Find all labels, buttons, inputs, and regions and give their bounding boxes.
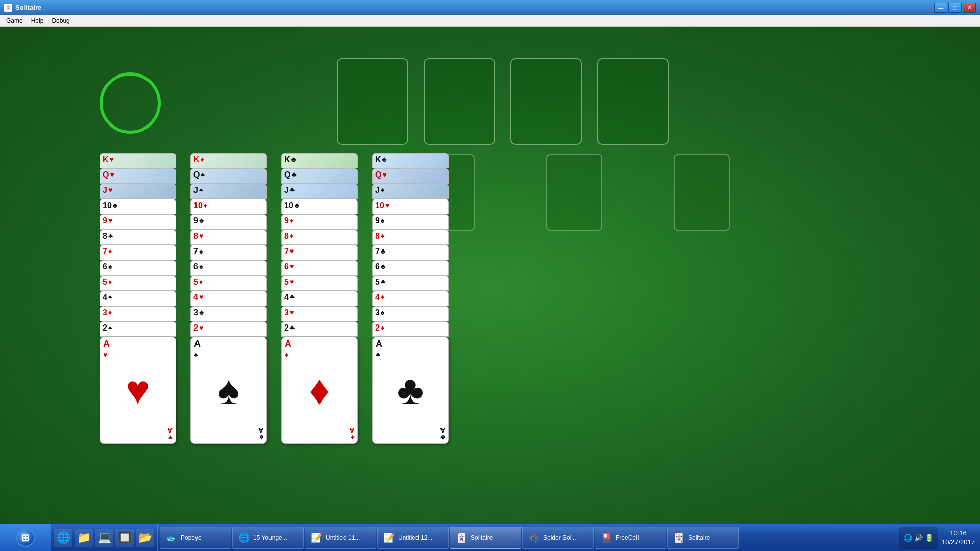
taskbar-item-solitaire[interactable]: 🃏 Solitaire bbox=[450, 527, 521, 549]
taskbar-item-solitaire2[interactable]: 🃏 Solitaire bbox=[667, 527, 739, 549]
card-1-j[interactable]: J♥ bbox=[100, 184, 176, 199]
start-orb: ⊞ bbox=[16, 529, 35, 547]
card-3-q[interactable]: Q♣ bbox=[281, 168, 358, 184]
foundation-slot-1[interactable] bbox=[337, 58, 408, 145]
card-2-7[interactable]: 7♠ bbox=[190, 245, 267, 260]
card-3-8[interactable]: 8♦ bbox=[281, 230, 358, 245]
untitled2-label: Untitled 12... bbox=[398, 534, 432, 541]
card-2-6[interactable]: 6♠ bbox=[190, 260, 267, 276]
card-3-9[interactable]: 9♦ bbox=[281, 214, 358, 230]
card-4-6[interactable]: 6♣ bbox=[372, 260, 449, 276]
deck-slot[interactable] bbox=[100, 72, 161, 134]
card-2-2[interactable]: 2♥ bbox=[190, 321, 267, 337]
column-4: K♣ Q♥ J♠ 10♥ 9♠ 8♦ 7♣ 6♣ 5♣ 4♦ 3♠ 2♦ A♣ … bbox=[372, 153, 449, 444]
card-1-9[interactable]: 9♥ bbox=[100, 214, 176, 230]
card-3-7[interactable]: 7♥ bbox=[281, 245, 358, 260]
card-4-3[interactable]: 3♠ bbox=[372, 306, 449, 321]
ie-icon: 🌐 bbox=[238, 532, 250, 544]
card-1-ace[interactable]: A♥ ♥ ♥A bbox=[100, 337, 176, 444]
card-2-9[interactable]: 9♣ bbox=[190, 214, 267, 230]
quicklaunch-icon-3[interactable]: 💻 bbox=[95, 529, 113, 547]
card-3-4[interactable]: 4♣ bbox=[281, 291, 358, 306]
card-4-j[interactable]: J♠ bbox=[372, 184, 449, 199]
quicklaunch-icon-4[interactable]: 🔲 bbox=[115, 529, 134, 547]
columns-area: K♥ Q♥ J♥ 10♣ 9♥ 8♣ 7♦ 6♠ 5♦ 4♠ 3♦ 2♠ bbox=[100, 153, 449, 444]
taskbar-item-ie[interactable]: 🌐 15 Younge... bbox=[232, 527, 304, 549]
card-2-4[interactable]: 4♥ bbox=[190, 291, 267, 306]
taskbar-item-freecell[interactable]: 🎴 FreeCell bbox=[595, 527, 666, 549]
quicklaunch-icon-2[interactable]: 📁 bbox=[75, 529, 93, 547]
card-2-8[interactable]: 8♥ bbox=[190, 230, 267, 245]
card-3-3[interactable]: 3♥ bbox=[281, 306, 358, 321]
taskbar-item-untitled2[interactable]: 📝 Untitled 12... bbox=[377, 527, 449, 549]
card-2-10[interactable]: 10♦ bbox=[190, 199, 267, 214]
maximize-button[interactable]: □ bbox=[948, 3, 962, 13]
minimize-button[interactable]: — bbox=[934, 3, 947, 13]
card-3-k[interactable]: K♣ bbox=[281, 153, 358, 168]
card-1-7[interactable]: 7♦ bbox=[100, 245, 176, 260]
taskbar-item-popeye[interactable]: 🐟 Popeye bbox=[160, 527, 231, 549]
card-1-k[interactable]: K♥ bbox=[100, 153, 176, 168]
system-clock[interactable]: 10:1610/27/2017 bbox=[942, 529, 975, 547]
card-1-8[interactable]: 8♣ bbox=[100, 230, 176, 245]
game-area: K♥ Q♥ J♥ 10♣ 9♥ 8♣ 7♦ 6♠ 5♦ 4♠ 3♦ 2♠ bbox=[0, 27, 980, 551]
card-4-7[interactable]: 7♣ bbox=[372, 245, 449, 260]
quicklaunch-icon-5[interactable]: 📂 bbox=[136, 529, 154, 547]
menu-help[interactable]: Help bbox=[27, 16, 48, 26]
card-4-9[interactable]: 9♠ bbox=[372, 214, 449, 230]
card-2-3[interactable]: 3♣ bbox=[190, 306, 267, 321]
untitled2-icon: 📝 bbox=[383, 532, 395, 544]
taskbar-item-spider[interactable]: 🕷️ Spider Soli... bbox=[522, 527, 594, 549]
card-4-ace[interactable]: A♣ ♣ ♣A bbox=[372, 337, 449, 444]
card-2-5[interactable]: 5♦ bbox=[190, 276, 267, 291]
card-2-j[interactable]: J♠ bbox=[190, 184, 267, 199]
tableau-empty-3[interactable] bbox=[674, 154, 730, 231]
volume-icon[interactable]: 🔊 bbox=[914, 534, 923, 542]
card-4-10[interactable]: 10♥ bbox=[372, 199, 449, 214]
untitled1-label: Untitled 11... bbox=[326, 534, 360, 541]
freecell-label: FreeCell bbox=[616, 534, 639, 541]
menu-debug[interactable]: Debug bbox=[47, 16, 74, 26]
foundation-slot-4[interactable] bbox=[597, 58, 669, 145]
card-4-k[interactable]: K♣ bbox=[372, 153, 449, 168]
card-3-5[interactable]: 5♥ bbox=[281, 276, 358, 291]
card-1-3[interactable]: 3♦ bbox=[100, 306, 176, 321]
title-bar: 🃏 Solitaire — □ ✕ bbox=[0, 0, 980, 15]
foundation-slot-3[interactable] bbox=[510, 58, 582, 145]
battery-icon[interactable]: 🔋 bbox=[925, 534, 934, 542]
window-title: Solitaire bbox=[15, 4, 41, 11]
card-2-ace[interactable]: A♠ ♠ ♠A bbox=[190, 337, 267, 444]
taskbar-item-untitled1[interactable]: 📝 Untitled 11... bbox=[305, 527, 376, 549]
card-3-10[interactable]: 10♣ bbox=[281, 199, 358, 214]
card-2-q[interactable]: Q♠ bbox=[190, 168, 267, 184]
card-4-2[interactable]: 2♦ bbox=[372, 321, 449, 337]
card-4-q[interactable]: Q♥ bbox=[372, 168, 449, 184]
freecell-icon: 🎴 bbox=[600, 532, 612, 544]
foundation-slot-2[interactable] bbox=[424, 58, 495, 145]
card-3-j[interactable]: J♣ bbox=[281, 184, 358, 199]
popeye-label: Popeye bbox=[181, 534, 202, 541]
card-1-2[interactable]: 2♠ bbox=[100, 321, 176, 337]
card-3-6[interactable]: 6♥ bbox=[281, 260, 358, 276]
card-1-4[interactable]: 4♠ bbox=[100, 291, 176, 306]
start-button[interactable]: ⊞ bbox=[0, 524, 51, 551]
card-1-6[interactable]: 6♠ bbox=[100, 260, 176, 276]
menu-game[interactable]: Game bbox=[2, 16, 27, 26]
card-3-ace[interactable]: A♦ ♦ ♦A bbox=[281, 337, 358, 444]
card-4-4[interactable]: 4♦ bbox=[372, 291, 449, 306]
card-4-8[interactable]: 8♦ bbox=[372, 230, 449, 245]
system-tray: 🌐 🔊 🔋 bbox=[899, 527, 938, 549]
close-button[interactable]: ✕ bbox=[963, 3, 976, 13]
card-1-5[interactable]: 5♦ bbox=[100, 276, 176, 291]
taskbar: ⊞ 🌐 📁 💻 🔲 📂 🐟 Popeye 🌐 15 Younge... 📝 Un… bbox=[0, 524, 980, 551]
card-1-10[interactable]: 10♣ bbox=[100, 199, 176, 214]
card-4-5[interactable]: 5♣ bbox=[372, 276, 449, 291]
card-1-q[interactable]: Q♥ bbox=[100, 168, 176, 184]
card-2-k[interactable]: K♦ bbox=[190, 153, 267, 168]
tableau-empty-2[interactable] bbox=[546, 154, 602, 231]
network-icon[interactable]: 🌐 bbox=[903, 534, 912, 542]
solitaire-icon: 🃏 bbox=[455, 532, 468, 544]
card-3-2[interactable]: 2♣ bbox=[281, 321, 358, 337]
title-bar-left: 🃏 Solitaire bbox=[4, 4, 41, 12]
quicklaunch-icon-1[interactable]: 🌐 bbox=[54, 529, 72, 547]
